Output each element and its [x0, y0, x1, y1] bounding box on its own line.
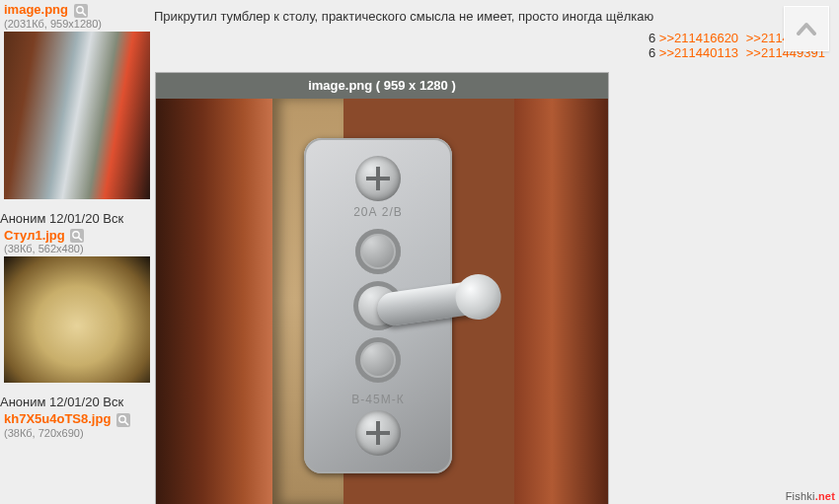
image-viewer[interactable]: image.png ( 959 x 1280 ) 20А 2/В В-45М-К — [156, 73, 608, 504]
svg-line-5 — [125, 421, 129, 425]
reply-links: 6 >>211416620 >>211417269 6 >>211440113 … — [154, 31, 839, 60]
post-3: Аноним 12/01/20 Вск kh7X5u4oTS8.jpg (38К… — [0, 391, 154, 441]
file-name-link[interactable]: Стул1.jpg — [4, 228, 65, 243]
file-meta: (38Кб, 562x480) — [0, 243, 154, 256]
thumbnail-link[interactable] — [4, 32, 150, 199]
post-header: Аноним 12/01/20 Вск — [0, 207, 154, 226]
reply-link[interactable]: >>211440113 — [659, 45, 738, 60]
main-column: Прикрутил тумблер к столу, практического… — [154, 0, 839, 60]
svg-point-4 — [119, 415, 125, 421]
svg-line-3 — [79, 238, 83, 242]
file-label: image.png — [0, 0, 154, 18]
file-name-link[interactable]: image.png — [4, 2, 68, 17]
scroll-to-top-button[interactable] — [784, 6, 829, 51]
magnify-icon[interactable] — [116, 413, 130, 427]
file-label: Стул1.jpg — [0, 226, 154, 244]
magnify-icon[interactable] — [70, 229, 84, 243]
reply-fragment: 6 — [648, 45, 655, 60]
file-label: kh7X5u4oTS8.jpg — [0, 409, 154, 427]
post-1: image.png (2031Кб, 959x1280) — [0, 0, 154, 199]
image-viewer-body[interactable]: 20А 2/В В-45М-К — [156, 99, 608, 504]
thumbnail-image — [4, 256, 150, 383]
reply-fragment: 6 — [648, 31, 655, 45]
chevron-up-icon — [797, 22, 816, 36]
post-2: Аноним 12/01/20 Вск Стул1.jpg (38Кб, 562… — [0, 207, 154, 384]
image-viewer-title: image.png ( 959 x 1280 ) — [156, 73, 608, 99]
watermark: Fishki.net — [786, 490, 835, 502]
plate-emboss-bottom: В-45М-К — [351, 393, 404, 406]
magnify-icon[interactable] — [74, 4, 88, 18]
file-meta: (38Кб, 720x690) — [0, 427, 154, 441]
thumbnail-column: image.png (2031Кб, 959x1280) Аноним 12/0… — [0, 0, 154, 441]
reply-link[interactable]: >>211416620 — [659, 31, 738, 45]
svg-point-2 — [73, 232, 79, 238]
svg-point-0 — [76, 6, 82, 12]
file-name-link[interactable]: kh7X5u4oTS8.jpg — [4, 411, 111, 426]
thumbnail-image — [4, 32, 150, 199]
post-header: Аноним 12/01/20 Вск — [0, 391, 154, 409]
post-text: Прикрутил тумблер к столу, практического… — [154, 0, 839, 27]
svg-line-1 — [82, 12, 86, 16]
file-meta: (2031Кб, 959x1280) — [0, 18, 154, 32]
thumbnail-link[interactable] — [4, 256, 150, 383]
plate-emboss-top: 20А 2/В — [353, 205, 403, 219]
